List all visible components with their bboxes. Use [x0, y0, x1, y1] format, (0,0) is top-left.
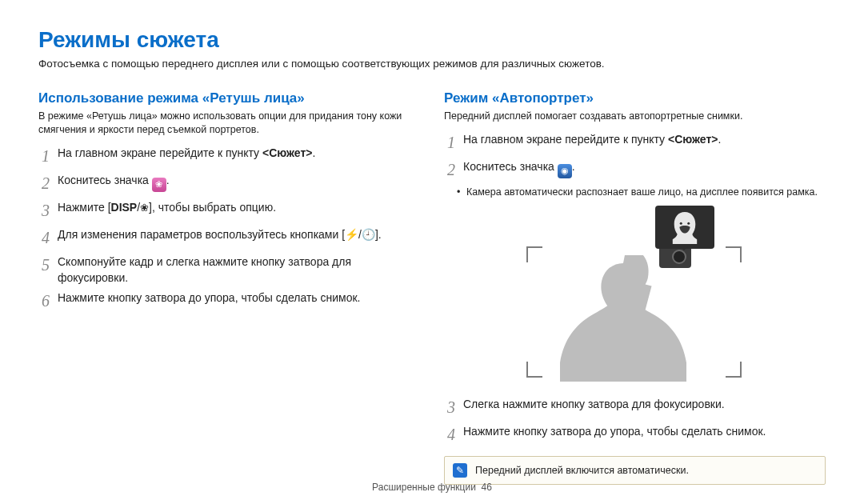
timer-icon: 🕘: [362, 228, 375, 241]
text: .: [718, 133, 721, 146]
person-silhouette: [555, 255, 691, 382]
text: Нажмите кнопку затвора до упора, чтобы с…: [463, 423, 826, 439]
text-bold: <Сюжет>: [668, 133, 718, 146]
left-step-5: 5 Скомпонуйте кадр и слегка нажмите кноп…: [38, 254, 420, 286]
text: ].: [375, 228, 382, 241]
text: На главном экране перейдите к пункту: [58, 146, 262, 159]
note-text: Передний дисплей включится автоматически…: [475, 465, 689, 476]
footer-page: 46: [482, 482, 492, 493]
page-title: Режимы сюжета: [38, 27, 826, 53]
step-number: 4: [38, 226, 50, 250]
page: Режимы сюжета Фотосъемка с помощью перед…: [0, 0, 864, 485]
text: Для изменения параметров воспользуйтесь …: [58, 228, 345, 241]
text: ], чтобы выбрать опцию.: [149, 201, 276, 214]
left-step-2: 2 Коснитесь значка ❀.: [38, 172, 420, 195]
info-icon: ✎: [453, 463, 467, 478]
selfportrait-mode-icon: ◉: [558, 164, 572, 178]
step-number: 6: [38, 290, 50, 313]
macro-icon: ❀: [140, 202, 149, 214]
left-heading: Использование режима «Ретушь лица»: [38, 90, 420, 106]
left-desc: В режиме «Ретушь лица» можно использоват…: [38, 110, 420, 137]
text: .: [312, 146, 315, 159]
step-number: 1: [444, 131, 455, 154]
text: .: [572, 160, 575, 173]
beauty-mode-icon: ❀: [152, 178, 166, 192]
face-preview-popup: [655, 206, 714, 249]
left-step-6: 6 Нажмите кнопку затвора до упора, чтобы…: [38, 290, 420, 313]
left-step-4: 4 Для изменения параметров воспользуйтес…: [38, 226, 420, 250]
right-column: Режим «Автопортрет» Передний дисплей пом…: [444, 90, 826, 485]
right-heading: Режим «Автопортрет»: [444, 90, 826, 106]
text: Нажмите кнопку затвора до упора, чтобы с…: [58, 290, 420, 306]
text: Коснитесь значка: [463, 160, 558, 173]
left-step-1: 1 На главном экране перейдите к пункту <…: [38, 145, 420, 168]
footer-label: Расширенные функции: [372, 482, 476, 493]
right-step-4: 4 Нажмите кнопку затвора до упора, чтобы…: [444, 423, 826, 446]
step-number: 2: [38, 172, 50, 195]
text-bold: <Сюжет>: [262, 146, 312, 159]
right-step-2: 2 Коснитесь значка ◉.: [444, 158, 826, 182]
text: Скомпонуйте кадр и слегка нажмите кнопку…: [58, 254, 420, 286]
step-number: 2: [444, 158, 455, 182]
flash-icon: ⚡: [345, 228, 358, 241]
step-number: 4: [444, 423, 455, 446]
columns: Использование режима «Ретушь лица» В реж…: [38, 90, 826, 485]
text: .: [166, 174, 170, 186]
page-footer: Расширенные функции 46: [0, 482, 864, 493]
step-number: 3: [444, 396, 455, 419]
right-desc: Передний дисплей помогает создавать авто…: [444, 110, 826, 123]
step-number: 1: [38, 145, 50, 168]
text: Коснитесь значка: [58, 174, 152, 186]
text: На главном экране перейдите к пункту: [463, 133, 668, 146]
note-box: ✎ Передний дисплей включится автоматичес…: [444, 456, 826, 485]
left-column: Использование режима «Ретушь лица» В реж…: [38, 90, 420, 485]
text: Слегка нажмите кнопку затвора для фокуси…: [463, 396, 826, 412]
svg-point-0: [679, 222, 682, 224]
illustration: [507, 207, 763, 383]
svg-point-1: [687, 222, 690, 224]
intro-text: Фотосъемка с помощью переднего дисплея и…: [38, 58, 826, 70]
right-step-3: 3 Слегка нажмите кнопку затвора для фоку…: [444, 396, 826, 419]
left-step-3: 3 Нажмите [DISP/❀], чтобы выбрать опцию.: [38, 199, 420, 222]
sub-bullet: Камера автоматически распознает ваше лиц…: [444, 186, 826, 199]
text: Нажмите [: [58, 201, 111, 214]
disp-label: DISP: [111, 201, 138, 214]
right-step-1: 1 На главном экране перейдите к пункту <…: [444, 131, 826, 154]
step-number: 3: [38, 199, 50, 222]
step-number: 5: [38, 254, 50, 277]
